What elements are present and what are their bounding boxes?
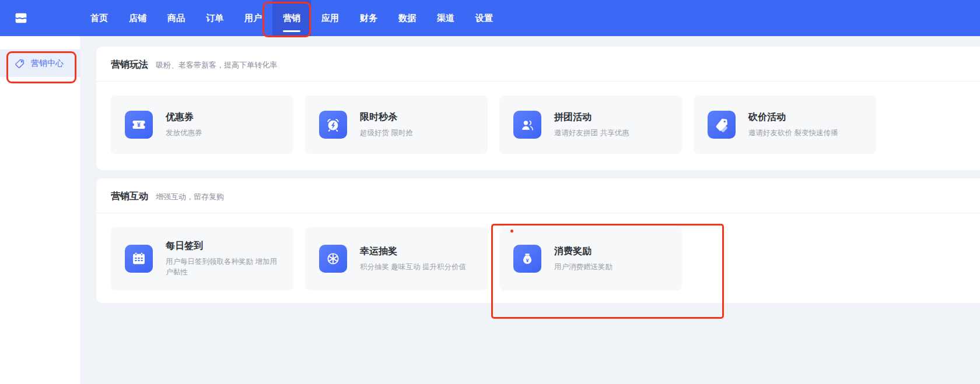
card-lucky-draw[interactable]: 幸运抽奖 积分抽奖 趣味互动 提升积分价值	[305, 227, 488, 290]
card-title: 拼团活动	[554, 111, 629, 124]
card-title: 优惠券	[166, 111, 202, 124]
card-coupon[interactable]: ¥ 优惠券 发放优惠券	[111, 96, 293, 154]
flash-sale-icon	[319, 111, 347, 139]
card-text: 砍价活动 邀请好友砍价 裂变快速传播	[748, 111, 838, 138]
tag-icon	[15, 58, 25, 69]
card-desc: 用户消费赠送奖励	[554, 262, 612, 272]
card-desc: 积分抽奖 趣味互动 提升积分价值	[360, 262, 466, 272]
bargain-icon	[708, 111, 736, 139]
card-title: 幸运抽奖	[360, 245, 466, 258]
card-text: 限时秒杀 超级好货 限时抢	[360, 111, 413, 138]
section-header: 营销玩法 吸粉、老客带新客，提高下单转化率	[96, 47, 980, 71]
sidebar-item-label: 营销中心	[31, 58, 64, 69]
card-consume-reward[interactable]: ¥ 消费奖励 用户消费赠送奖励	[499, 227, 682, 290]
money-bag-icon: ¥	[513, 245, 541, 273]
nav-item-apps[interactable]: 应用	[311, 0, 349, 36]
card-desc: 用户每日签到领取各种奖励 增加用户黏性	[166, 256, 279, 277]
nav-item-marketing[interactable]: 营销	[272, 0, 311, 36]
toolbox-icon	[13, 18, 29, 28]
card-title: 消费奖励	[554, 245, 612, 258]
card-text: 每日签到 用户每日签到领取各种奖励 增加用户黏性	[166, 240, 279, 277]
group-buy-icon	[513, 111, 541, 139]
svg-text:¥: ¥	[526, 258, 529, 263]
app-logo[interactable]	[13, 10, 29, 26]
sidebar-item-marketing-center[interactable]: 营销中心	[0, 50, 80, 77]
nav-item-store[interactable]: 店铺	[118, 0, 157, 36]
card-text: 消费奖励 用户消费赠送奖励	[554, 245, 612, 272]
card-bargain[interactable]: 砍价活动 邀请好友砍价 裂变快速传播	[694, 96, 876, 154]
section-header: 营销互动 增强互动，留存复购	[96, 178, 980, 203]
section-marketing-tactics: 营销玩法 吸粉、老客带新客，提高下单转化率 ¥ 优惠券 发放优惠券	[96, 47, 980, 170]
nav-item-users[interactable]: 用户	[234, 0, 272, 36]
card-desc: 超级好货 限时抢	[360, 128, 413, 138]
sidebar: 营销中心	[0, 36, 80, 384]
check-in-icon	[125, 245, 153, 273]
nav-item-data[interactable]: 数据	[388, 0, 426, 36]
card-group-buy[interactable]: 拼团活动 邀请好友拼团 共享优惠	[499, 96, 682, 154]
card-text: 幸运抽奖 积分抽奖 趣味互动 提升积分价值	[360, 245, 466, 272]
card-title: 砍价活动	[748, 111, 838, 124]
section-marketing-interaction: 营销互动 增强互动，留存复购	[96, 178, 980, 303]
nav-item-orders[interactable]: 订单	[195, 0, 234, 36]
card-title: 每日签到	[166, 240, 279, 252]
card-title: 限时秒杀	[360, 111, 413, 124]
nav-item-channels[interactable]: 渠道	[426, 0, 465, 36]
top-nav: 首页 店铺 商品 订单 用户 营销 应用 财务 数据 渠道 设置	[0, 0, 980, 36]
card-text: 拼团活动 邀请好友拼团 共享优惠	[554, 111, 629, 138]
card-flash-sale[interactable]: 限时秒杀 超级好货 限时抢	[305, 96, 488, 154]
lucky-draw-icon	[319, 245, 347, 273]
card-desc: 邀请好友砍价 裂变快速传播	[748, 128, 838, 138]
section-subtitle: 增强互动，留存复购	[156, 192, 224, 202]
card-daily-check-in[interactable]: 每日签到 用户每日签到领取各种奖励 增加用户黏性	[111, 227, 293, 290]
card-desc: 发放优惠券	[166, 128, 202, 138]
nav-item-home[interactable]: 首页	[80, 0, 118, 36]
card-desc: 邀请好友拼团 共享优惠	[554, 128, 629, 138]
nav-item-finance[interactable]: 财务	[349, 0, 388, 36]
nav-item-products[interactable]: 商品	[157, 0, 195, 36]
section-subtitle: 吸粉、老客带新客，提高下单转化率	[156, 60, 277, 71]
card-row: ¥ 优惠券 发放优惠券 限时秒杀	[96, 82, 980, 154]
section-title: 营销玩法	[111, 59, 148, 71]
nav-item-settings[interactable]: 设置	[465, 0, 503, 36]
coupon-icon: ¥	[125, 111, 153, 139]
nav-menu: 首页 店铺 商品 订单 用户 营销 应用 财务 数据 渠道 设置	[80, 0, 980, 36]
section-title: 营销互动	[111, 191, 148, 203]
card-row: 每日签到 用户每日签到领取各种奖励 增加用户黏性	[96, 213, 980, 290]
card-text: 优惠券 发放优惠券	[166, 111, 202, 138]
svg-text:¥: ¥	[137, 121, 141, 128]
